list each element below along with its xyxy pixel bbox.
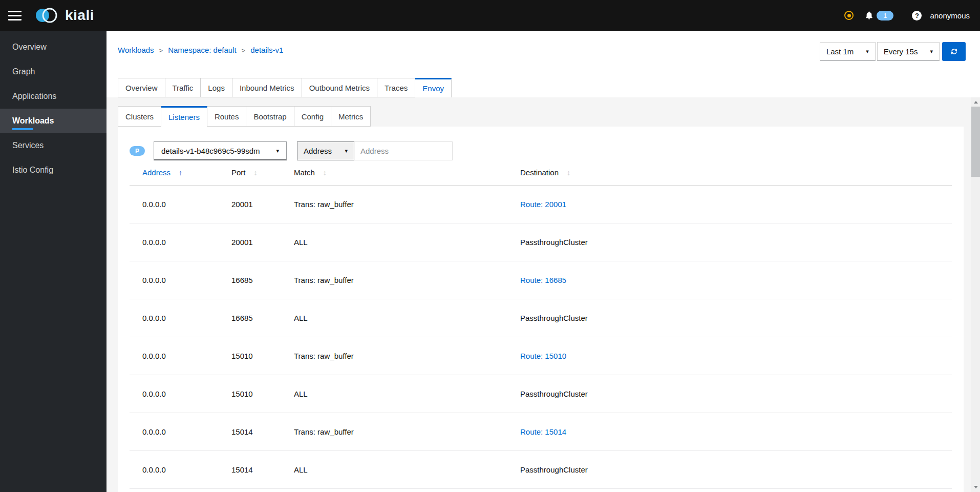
envoy-tab-metrics[interactable]: Metrics [331,106,371,127]
main-content: Workloads>Namespace: default>details-v1 … [106,31,980,492]
column-header-label: Port [231,168,246,177]
user-menu[interactable]: anonymous [930,11,970,20]
cell-destination: Route: 16685 [507,261,952,299]
column-header-address[interactable]: Address↑ [130,160,219,185]
column-header-destination[interactable]: Destination↕ [507,160,952,185]
sidebar-item-overview[interactable]: Overview [0,35,106,59]
breadcrumb-link-workloads[interactable]: Workloads [118,46,154,54]
sidebar-item-label: Applications [12,92,56,101]
destination-cluster-label: PassthroughCluster [520,389,588,398]
destination-route-link[interactable]: Route: 15010 [520,352,566,360]
cell-destination: PassthroughCluster [507,223,952,261]
table-row: 0.0.0.016685Trans: raw_bufferRoute: 1668… [130,261,952,299]
duration-dropdown[interactable]: Last 1m ▾ [820,42,876,61]
cell-destination: PassthroughCluster [507,450,952,488]
refresh-interval-dropdown[interactable]: Every 15s ▾ [877,42,940,61]
tab-outbound-metrics[interactable]: Outbound Metrics [302,78,377,97]
sidebar-item-applications[interactable]: Applications [0,84,106,109]
scrollbar-thumb[interactable] [971,107,980,177]
breadcrumb-link-namespace-default[interactable]: Namespace: default [168,46,236,54]
cell-match: ALL [281,299,507,337]
tab-logs[interactable]: Logs [201,78,232,97]
table-row: 0.0.0.015010Trans: raw_bufferRoute: 1501… [130,337,952,375]
sidebar-item-workloads[interactable]: Workloads [0,109,106,133]
cell-port: 16685 [219,299,281,337]
sidebar-item-label: Istio Config [12,166,53,175]
cell-destination: PassthroughCluster [507,299,952,337]
sidebar-item-graph[interactable]: Graph [0,59,106,84]
breadcrumb-separator-icon: > [242,47,246,54]
cell-address: 0.0.0.0 [130,223,219,261]
sync-icon [950,47,958,56]
caret-down-icon: ▾ [866,48,869,55]
destination-route-link[interactable]: Route: 16685 [520,276,566,284]
cell-port: 15014 [219,450,281,488]
kiali-logo[interactable]: kiali [34,6,94,25]
cell-match: Trans: raw_buffer [281,185,507,223]
page-header: Workloads>Namespace: default>details-v1 … [106,31,980,97]
breadcrumb-link-details-v1[interactable]: details-v1 [250,46,283,54]
listeners-toolbar: P details-v1-b48c969c5-99sdm ▾ Address ▾ [130,141,952,160]
caret-down-icon: ▾ [345,148,348,154]
sort-icon[interactable]: ↕ [567,169,570,177]
envoy-tab-config[interactable]: Config [294,106,331,127]
sort-icon[interactable]: ↕ [323,169,327,177]
destination-route-link[interactable]: Route: 15014 [520,427,566,436]
table-row: 0.0.0.016685ALLPassthroughCluster [130,299,952,337]
cell-match: Trans: raw_buffer [281,261,507,299]
content-scrollbar[interactable] [971,97,980,492]
notifications-button[interactable]: 1 [865,11,893,20]
destination-route-link[interactable]: Route: 20001 [520,200,566,209]
mesh-status-icon[interactable] [844,11,854,20]
sort-ascending-icon[interactable]: ↑ [179,169,182,177]
hamburger-menu-icon[interactable] [8,11,22,20]
column-header-label: Address [142,168,171,177]
notification-badge: 1 [877,11,893,20]
cell-port: 15010 [219,375,281,413]
destination-cluster-label: PassthroughCluster [520,238,588,247]
caret-down-icon: ▾ [930,48,933,55]
tab-overview[interactable]: Overview [118,78,165,97]
kiali-logo-icon [34,6,60,25]
envoy-tab-clusters[interactable]: Clusters [118,106,161,127]
tab-inbound-metrics[interactable]: Inbound Metrics [232,78,302,97]
filter-type-value: Address [304,147,332,155]
cell-match: ALL [281,223,507,261]
envoy-tab-content: ClustersListenersRoutesBootstrapConfigMe… [106,97,980,492]
cell-address: 0.0.0.0 [130,299,219,337]
help-icon[interactable]: ? [912,11,922,20]
scroll-down-arrow-icon[interactable] [971,483,980,491]
sidebar-item-label: Workloads [12,116,54,126]
pod-dropdown[interactable]: details-v1-b48c969c5-99sdm ▾ [154,141,287,160]
cell-match: ALL [281,450,507,488]
pod-badge: P [130,146,145,156]
sidebar-item-services[interactable]: Services [0,133,106,158]
scroll-up-arrow-icon[interactable] [971,98,980,107]
cell-port: 15014 [219,413,281,450]
tab-traces[interactable]: Traces [377,78,415,97]
filter-type-dropdown[interactable]: Address ▾ [297,141,354,160]
envoy-tab-bootstrap[interactable]: Bootstrap [246,106,294,127]
tab-traffic[interactable]: Traffic [165,78,201,97]
address-filter-input[interactable] [354,141,453,160]
table-row: 0.0.0.020001ALLPassthroughCluster [130,223,952,261]
envoy-tab-listeners[interactable]: Listeners [161,106,207,127]
cell-match: Trans: raw_buffer [281,337,507,375]
table-row: 0.0.0.020001Trans: raw_bufferRoute: 2000… [130,185,952,223]
refresh-button[interactable] [942,42,966,61]
tab-envoy[interactable]: Envoy [415,78,452,97]
cell-destination: Route: 15010 [507,337,952,375]
workload-tabs: OverviewTrafficLogsInbound MetricsOutbou… [118,78,966,97]
cell-port: 16685 [219,261,281,299]
pod-dropdown-value: details-v1-b48c969c5-99sdm [161,147,260,155]
column-header-match[interactable]: Match↕ [281,160,507,185]
sort-icon[interactable]: ↕ [254,169,258,177]
table-body: 0.0.0.020001Trans: raw_bufferRoute: 2000… [130,185,952,488]
sidebar-item-label: Overview [12,43,47,52]
masthead: kiali 1 ? anonymous [0,0,980,31]
table-row: 0.0.0.015014ALLPassthroughCluster [130,450,952,488]
envoy-tab-routes[interactable]: Routes [207,106,247,127]
column-header-port[interactable]: Port↕ [219,160,281,185]
sidebar-item-istio-config[interactable]: Istio Config [0,158,106,182]
cell-address: 0.0.0.0 [130,261,219,299]
